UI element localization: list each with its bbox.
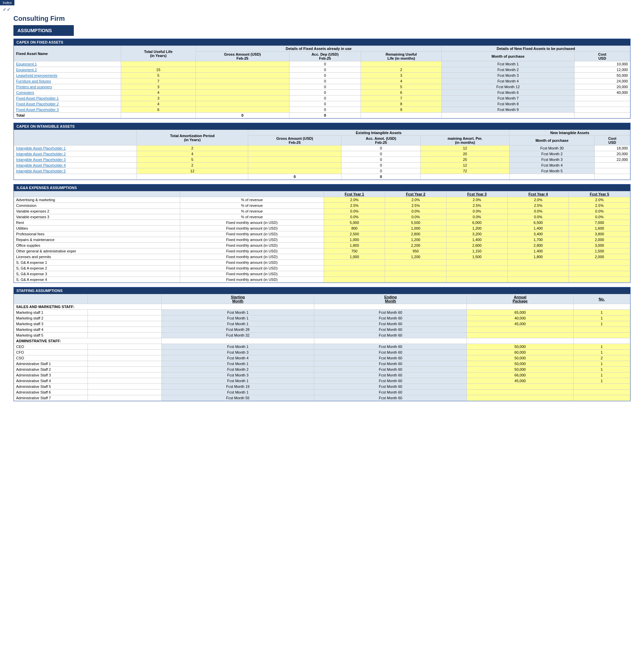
intangible-period[interactable]: 2 [137,163,248,168]
sga-y4[interactable]: 1,700 [507,237,569,243]
sga-y4[interactable] [507,271,569,277]
intangible-period[interactable]: 2 [137,145,248,151]
admin-no[interactable]: 1 [573,378,630,384]
sga-y2[interactable] [385,260,446,266]
sga-y5[interactable]: 0.0% [569,209,630,214]
sga-y1[interactable]: 5,000 [324,220,385,226]
fixed-asset-name[interactable]: Fixed Asset Placeholder 1 [14,96,121,101]
fixed-gross[interactable] [196,61,289,67]
fixed-asset-name[interactable]: Equipment 1 [14,61,121,67]
sales-annual[interactable] [467,327,573,333]
fixed-useful-life[interactable]: 3 [121,96,196,101]
sga-y2[interactable]: 2,800 [385,231,446,237]
sga-y2[interactable]: 2,200 [385,243,446,248]
sales-annual[interactable]: 65,000 [467,310,573,315]
admin-no[interactable] [573,384,630,390]
intangible-period[interactable]: 5 [137,157,248,163]
sga-y2[interactable]: 1,200 [385,254,446,260]
fixed-remaining[interactable]: 5 [361,84,442,90]
fixed-gross[interactable] [196,101,289,107]
sga-y4[interactable]: 1,400 [507,226,569,231]
intangible-period[interactable]: 4 [137,151,248,157]
fixed-useful-life[interactable]: 5 [121,73,196,78]
sga-y5[interactable]: 2,000 [569,254,630,260]
sga-y1[interactable] [324,266,385,271]
fixed-asset-name[interactable]: Fixed Asset Placeholder 2 [14,101,121,107]
fixed-useful-life[interactable]: 7 [121,78,196,84]
sga-y5[interactable] [569,271,630,277]
intangible-gross[interactable] [248,163,341,168]
sga-y2[interactable]: 0.0% [385,214,446,220]
sga-y5[interactable]: 2,000 [569,237,630,243]
intangible-remaining[interactable]: 12 [421,145,509,151]
sga-y5[interactable] [569,260,630,266]
admin-no[interactable] [573,390,630,395]
sga-y4[interactable]: 3,400 [507,231,569,237]
sga-y2[interactable]: 1,200 [385,237,446,243]
sga-y4[interactable]: 1,800 [507,254,569,260]
admin-annual[interactable] [467,395,573,401]
admin-annual[interactable]: 50,000 [467,361,573,367]
sga-y4[interactable]: 2.5% [507,203,569,209]
sga-y5[interactable]: 1,500 [569,248,630,254]
sales-annual[interactable] [467,333,573,338]
fixed-useful-life[interactable]: 15 [121,67,196,73]
fixed-gross[interactable] [196,107,289,113]
sga-y2[interactable]: 0.0% [385,209,446,214]
intangible-asset-name[interactable]: Intangible Asset Placeholder 5 [14,168,137,174]
sga-y3[interactable]: 2.0% [446,197,508,203]
fixed-useful-life[interactable]: 4 [121,101,196,107]
sales-no[interactable]: 1 [573,321,630,327]
sga-y2[interactable]: 2.5% [385,203,446,209]
fixed-useful-life[interactable]: 6 [121,107,196,113]
sga-y1[interactable]: 0.0% [324,209,385,214]
fixed-remaining[interactable]: 2 [361,67,442,73]
intangible-remaining[interactable]: 25 [421,157,509,163]
sga-y5[interactable]: 7,000 [569,220,630,226]
admin-no[interactable]: 1 [573,361,630,367]
sga-y3[interactable] [446,266,508,271]
sga-y2[interactable]: 1,000 [385,226,446,231]
sga-y5[interactable]: 2.5% [569,203,630,209]
sga-y3[interactable] [446,260,508,266]
sga-y5[interactable]: 2.0% [569,197,630,203]
intangible-asset-name[interactable]: Intangible Asset Placeholder 1 [14,145,137,151]
fixed-remaining[interactable]: 4 [361,78,442,84]
admin-no[interactable]: 1 [573,372,630,378]
sga-y1[interactable]: 0.0% [324,214,385,220]
fixed-gross[interactable] [196,73,289,78]
fixed-gross[interactable] [196,84,289,90]
admin-annual[interactable]: 50,000 [467,344,573,350]
sga-y3[interactable]: 3,200 [446,231,508,237]
fixed-remaining[interactable]: 7 [361,96,442,101]
fixed-useful-life[interactable]: 3 [121,84,196,90]
admin-annual[interactable] [467,384,573,390]
fixed-useful-life[interactable]: 4 [121,90,196,96]
admin-no[interactable] [573,395,630,401]
sga-y4[interactable] [507,260,569,266]
sga-y3[interactable]: 2,600 [446,243,508,248]
sga-y3[interactable]: 1,150 [446,248,508,254]
sga-y2[interactable] [385,277,446,283]
fixed-remaining[interactable]: 6 [361,90,442,96]
top-bar[interactable]: Index [0,0,14,5]
intangible-asset-name[interactable]: Intangible Asset Placeholder 3 [14,157,137,163]
sga-y1[interactable] [324,277,385,283]
sga-y4[interactable]: 1,400 [507,248,569,254]
sga-y3[interactable]: 1,200 [446,226,508,231]
sales-no[interactable] [573,327,630,333]
admin-annual[interactable]: 60,000 [467,350,573,355]
sales-no[interactable] [573,333,630,338]
sga-y1[interactable]: 1,000 [324,254,385,260]
sga-y1[interactable]: 800 [324,226,385,231]
sales-no[interactable]: 1 [573,315,630,321]
intangible-remaining[interactable]: 72 [421,168,509,174]
sga-y2[interactable] [385,271,446,277]
sga-y4[interactable]: 6,500 [507,220,569,226]
fixed-asset-name[interactable]: Computers [14,90,121,96]
fixed-asset-name[interactable]: Fixed Asset Placeholder 3 [14,107,121,113]
fixed-gross[interactable] [196,90,289,96]
sga-y5[interactable]: 3,000 [569,243,630,248]
sga-y4[interactable] [507,277,569,283]
fixed-gross[interactable] [196,78,289,84]
